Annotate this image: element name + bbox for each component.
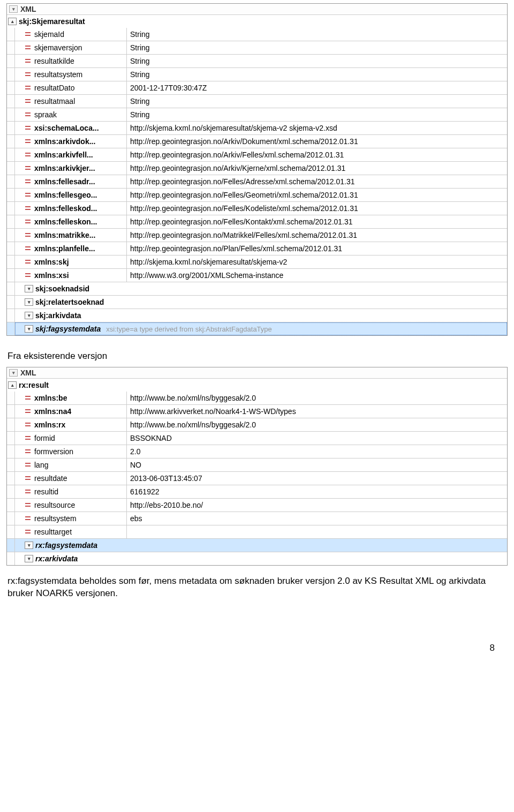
attribute-icon bbox=[25, 258, 32, 266]
value-cell[interactable]: http://www.be.no/xml/ns/byggesak/2.0 bbox=[127, 392, 507, 404]
node-name: skjemaId bbox=[34, 30, 64, 39]
value-cell[interactable]: BSSOKNAD bbox=[127, 432, 507, 445]
gutter bbox=[7, 539, 15, 552]
value-cell[interactable]: 2001-12-17T09:30:47Z bbox=[127, 81, 507, 94]
value-cell[interactable]: http://skjema.kxml.no/skjemaresultat/skj… bbox=[127, 255, 507, 268]
tree-row[interactable]: spraakString bbox=[7, 108, 507, 121]
tree-row[interactable]: skj:fagsystemdataxsi:type=a type derived… bbox=[7, 322, 507, 335]
value-cell[interactable]: String bbox=[127, 55, 507, 67]
tree-row[interactable]: xmlns:fellesgeo...http://rep.geointegras… bbox=[7, 188, 507, 201]
tree-row[interactable]: xmlns:felleskod...http://rep.geointegras… bbox=[7, 201, 507, 215]
node-name: rx:arkivdata bbox=[35, 554, 78, 563]
tree-row[interactable]: resultatmaalString bbox=[7, 94, 507, 108]
collapse-icon[interactable] bbox=[8, 381, 17, 389]
tree-row[interactable]: xmlns:behttp://www.be.no/xml/ns/byggesak… bbox=[7, 392, 507, 404]
node-name: xsi:schemaLoca... bbox=[34, 124, 99, 132]
value-cell[interactable]: String bbox=[127, 28, 507, 41]
gutter bbox=[7, 485, 15, 498]
tree-row[interactable]: xmlns:planfelle...http://rep.geointegras… bbox=[7, 242, 507, 255]
tree-row[interactable]: xmlns:arkivdok...http://rep.geointegrasj… bbox=[7, 134, 507, 148]
attribute-icon bbox=[25, 434, 32, 442]
root-row[interactable]: rx:result bbox=[7, 379, 507, 392]
tree-row[interactable]: skj:soeknadsid bbox=[7, 282, 507, 295]
value-cell[interactable]: http://rep.geointegrasjon.no/Felles/Kode… bbox=[127, 202, 507, 215]
tree-row[interactable]: rx:arkivdata bbox=[7, 552, 507, 565]
gutter bbox=[7, 282, 15, 295]
value-cell[interactable]: http://www.be.no/xml/ns/byggesak/2.0 bbox=[127, 418, 507, 431]
root-row[interactable]: skj:Skjemaresultat bbox=[7, 15, 507, 28]
expand-icon[interactable] bbox=[25, 325, 33, 333]
value-cell[interactable]: String bbox=[127, 108, 507, 121]
gutter bbox=[7, 525, 15, 538]
expand-icon[interactable] bbox=[25, 285, 33, 292]
tree-row[interactable]: skjemaversjonString bbox=[7, 41, 507, 54]
collapse-icon[interactable] bbox=[8, 18, 17, 25]
tree-row[interactable]: xmlns:arkivkjer...http://rep.geointegras… bbox=[7, 161, 507, 175]
value-cell[interactable]: http://rep.geointegrasjon.no/Felles/Adre… bbox=[127, 175, 507, 188]
expand-icon[interactable] bbox=[25, 312, 33, 319]
node-name: resultdate bbox=[34, 474, 67, 483]
node-name: resultatkilde bbox=[34, 57, 74, 65]
value-cell[interactable]: String bbox=[127, 95, 507, 108]
tree-row[interactable]: formversion2.0 bbox=[7, 445, 507, 458]
value-cell[interactable]: http://skjema.kxml.no/skjemaresultat/skj… bbox=[127, 122, 507, 134]
tree-row[interactable]: resultid6161922 bbox=[7, 485, 507, 498]
tree-row[interactable]: skj:arkivdata bbox=[7, 309, 507, 322]
value-cell[interactable] bbox=[127, 525, 507, 538]
xml-panel-1: XML skj:Skjemaresultat skjemaIdStringskj… bbox=[6, 3, 508, 336]
gutter bbox=[7, 135, 15, 148]
value-cell[interactable]: NO bbox=[127, 458, 507, 471]
tree-row[interactable]: resultsystemebs bbox=[7, 512, 507, 525]
tree-row[interactable]: xmlns:rxhttp://www.be.no/xml/ns/byggesak… bbox=[7, 418, 507, 431]
tree-row[interactable]: xmlns:arkivfell...http://rep.geointegras… bbox=[7, 148, 507, 161]
value-cell[interactable]: http://rep.geointegrasjon.no/Felles/Kont… bbox=[127, 215, 507, 228]
tree-row[interactable]: resultatDato2001-12-17T09:30:47Z bbox=[7, 81, 507, 94]
expand-icon[interactable] bbox=[25, 542, 33, 549]
expand-icon[interactable] bbox=[25, 298, 33, 306]
tree-row[interactable]: xmlns:na4http://www.arkivverket.no/Noark… bbox=[7, 404, 507, 418]
tree-row[interactable]: xmlns:skjhttp://skjema.kxml.no/skjemares… bbox=[7, 255, 507, 268]
name-cell: xmlns:arkivkjer... bbox=[15, 162, 127, 175]
value-cell[interactable]: String bbox=[127, 68, 507, 81]
attribute-icon bbox=[25, 245, 32, 252]
value-cell[interactable]: http://rep.geointegrasjon.no/Arkiv/Felle… bbox=[127, 148, 507, 161]
tree-row[interactable]: resultatsystemString bbox=[7, 67, 507, 81]
attribute-icon bbox=[25, 164, 32, 172]
tree-row[interactable]: xmlns:felleskon...http://rep.geointegras… bbox=[7, 215, 507, 228]
tree-row[interactable]: rx:fagsystemdata bbox=[7, 538, 507, 552]
tree-row[interactable]: langNO bbox=[7, 458, 507, 471]
name-cell: rx:arkivdata bbox=[15, 552, 507, 565]
tree-row[interactable]: skjemaIdString bbox=[7, 28, 507, 41]
tree-row[interactable]: xmlns:fellesadr...http://rep.geointegras… bbox=[7, 175, 507, 188]
tree-row[interactable]: xmlns:matrikke...http://rep.geointegrasj… bbox=[7, 228, 507, 242]
value-cell[interactable]: http://ebs-2010.be.no/ bbox=[127, 499, 507, 512]
tree-row[interactable]: resulttarget bbox=[7, 525, 507, 538]
tree-row[interactable]: formidBSSOKNAD bbox=[7, 431, 507, 445]
tree-row[interactable]: resultdate2013-06-03T13:45:07 bbox=[7, 471, 507, 485]
value-cell[interactable]: 2013-06-03T13:45:07 bbox=[127, 472, 507, 485]
gutter bbox=[7, 552, 15, 565]
tree-row[interactable]: xmlns:xsihttp://www.w3.org/2001/XMLSchem… bbox=[7, 268, 507, 282]
value-cell[interactable]: http://rep.geointegrasjon.no/Plan/Felles… bbox=[127, 242, 507, 255]
value-cell[interactable]: http://www.arkivverket.no/Noark4-1-WS-WD… bbox=[127, 405, 507, 418]
gutter bbox=[7, 269, 15, 282]
value-cell[interactable]: 2.0 bbox=[127, 445, 507, 458]
value-cell[interactable]: String bbox=[127, 41, 507, 54]
value-cell[interactable]: http://rep.geointegrasjon.no/Arkiv/Dokum… bbox=[127, 135, 507, 148]
gutter bbox=[7, 95, 15, 108]
tree-row[interactable]: skj:relatertsoeknad bbox=[7, 295, 507, 309]
value-cell[interactable]: 6161922 bbox=[127, 485, 507, 498]
tree-row[interactable]: resultatkildeString bbox=[7, 54, 507, 67]
value-cell[interactable]: http://rep.geointegrasjon.no/Matrikkel/F… bbox=[127, 229, 507, 242]
gutter bbox=[7, 68, 15, 81]
attribute-icon bbox=[25, 151, 32, 159]
expand-icon[interactable] bbox=[25, 555, 33, 562]
value-cell[interactable]: ebs bbox=[127, 512, 507, 525]
attribute-icon bbox=[25, 272, 32, 279]
value-cell[interactable]: http://www.w3.org/2001/XMLSchema-instanc… bbox=[127, 269, 507, 282]
name-cell: xmlns:arkivdok... bbox=[15, 135, 127, 148]
value-cell[interactable]: http://rep.geointegrasjon.no/Felles/Geom… bbox=[127, 189, 507, 201]
tree-row[interactable]: xsi:schemaLoca...http://skjema.kxml.no/s… bbox=[7, 121, 507, 134]
value-cell[interactable]: http://rep.geointegrasjon.no/Arkiv/Kjern… bbox=[127, 162, 507, 175]
tree-row[interactable]: resultsourcehttp://ebs-2010.be.no/ bbox=[7, 498, 507, 512]
